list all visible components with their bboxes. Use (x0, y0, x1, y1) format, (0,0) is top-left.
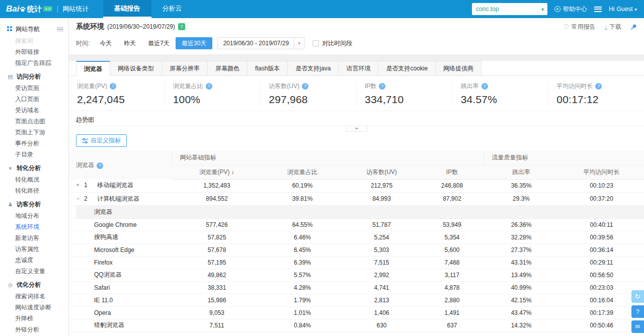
tab-active[interactable]: 浏览器 (76, 61, 110, 76)
help-icon[interactable] (595, 83, 602, 90)
time-filter-label: 时间: (76, 39, 90, 48)
cell-value: 00:40:11 (559, 218, 644, 231)
time-option[interactable]: 今天 (94, 37, 118, 49)
tab-item[interactable]: 网络提供商 (436, 61, 481, 76)
help-icon[interactable] (110, 83, 116, 90)
tab-item[interactable]: 是否支持cookie (378, 61, 436, 76)
sidebar-item[interactable]: 系统环境 (0, 221, 68, 232)
compare-period-checkbox[interactable]: 对比时间段 (312, 39, 352, 48)
metric-value: 100% (173, 94, 261, 106)
sidebar-section-label: 访问分析 (17, 72, 41, 81)
sidebar-item[interactable]: 地域分布 (0, 210, 68, 221)
cell-value: 00:36:14 (559, 243, 644, 256)
sidebar-item[interactable]: 网站速度诊断 (0, 302, 68, 313)
date-dropdown-icon[interactable] (294, 37, 304, 49)
sidebar-item[interactable]: 页面上下游 (0, 127, 68, 138)
cell-value: 57,825 (172, 231, 262, 243)
sidebar-section-header: 访问分析 (0, 70, 68, 82)
sort-desc-icon[interactable] (230, 169, 234, 176)
row-name[interactable]: IE 11.0 (94, 297, 113, 304)
cell-value: 5.57% (262, 269, 343, 281)
row-name[interactable]: Safari (94, 284, 110, 291)
time-option[interactable]: 昨天 (118, 37, 142, 49)
help-icon[interactable] (481, 83, 488, 90)
row-name[interactable]: 猎豹浏览器 (94, 321, 124, 328)
favorite-report-link[interactable]: 常用报告 (572, 23, 596, 31)
sidebar-item[interactable]: 入口页面 (0, 94, 68, 105)
column-header[interactable]: 平均访问时长 (559, 165, 644, 179)
cell-value: 26.36% (484, 218, 559, 231)
sidebar-item[interactable]: 搜索词排名 (0, 291, 68, 302)
sidebar-item[interactable]: 受访页面 (0, 82, 68, 94)
sidebar-item[interactable]: 新老访客 (0, 232, 68, 243)
help-center-link[interactable]: 帮助中心 (554, 5, 587, 14)
download-link[interactable]: 下载 (609, 23, 621, 31)
refresh-button[interactable] (631, 290, 644, 303)
tab-item[interactable]: 屏幕颜色 (208, 61, 248, 76)
collapse-trend-button[interactable] (346, 126, 367, 132)
logo[interactable]: Bai 统计 4.0 (6, 4, 52, 14)
column-header[interactable]: 访客数(UV) (343, 165, 421, 179)
column-header[interactable]: 浏览量占比 (262, 165, 343, 179)
custom-metric-button[interactable]: 自定义指标 (76, 134, 127, 147)
row-name[interactable]: Microsoft Edge (94, 246, 134, 254)
row-name[interactable]: 计算机端浏览器 (97, 195, 139, 202)
time-option[interactable]: 最近30天 (176, 37, 212, 49)
metric: 跳出率34.57% (452, 81, 548, 107)
sidebar-item[interactable]: 受访域名 (0, 105, 68, 116)
user-menu[interactable]: Hi Guest (609, 6, 637, 13)
help-icon[interactable] (97, 162, 103, 169)
date-range-picker[interactable]: 2019/06/30 - 2019/07/29 (217, 37, 294, 49)
sidebar-item[interactable]: 升降榜 (0, 313, 68, 324)
row-name[interactable]: Opera (94, 309, 111, 316)
row-name[interactable]: Firefox (94, 259, 113, 266)
column-header[interactable]: 浏览量(PV) (172, 165, 262, 179)
sidebar-item[interactable]: 页面点击图 (0, 116, 68, 127)
expand-toggle-icon[interactable]: + (76, 182, 84, 189)
sidebar: 网站导航 搜索词外部链接指定广告跟踪访问分析受访页面入口页面受访域名页面点击图页… (0, 18, 69, 336)
tab-item[interactable]: 是否支持java (288, 61, 339, 76)
column-header[interactable]: 跳出率 (484, 165, 559, 179)
tab-item[interactable]: 网络设备类型 (110, 61, 162, 76)
collapse-menu-icon[interactable] (57, 27, 63, 32)
tab-item[interactable]: 屏幕分辨率 (162, 61, 208, 76)
metric-value: 334,710 (365, 94, 452, 106)
chevron-down-icon[interactable] (537, 3, 547, 15)
sidebar-item[interactable]: 忠诚度 (0, 255, 68, 266)
tab-item[interactable]: flash版本 (248, 61, 288, 76)
site-selector[interactable]: coric.top (472, 3, 547, 15)
row-name[interactable]: 搜狗高速 (94, 233, 118, 240)
sidebar-item[interactable]: 搜索词 (0, 35, 68, 46)
menu-list-icon[interactable] (594, 7, 602, 12)
help-icon[interactable] (206, 83, 212, 90)
time-option[interactable]: 最近7天 (142, 37, 176, 49)
sidebar-item[interactable]: 事件分析 (0, 138, 68, 149)
sidebar-item[interactable]: 外链分析 (0, 324, 68, 335)
pin-icon[interactable] (630, 24, 637, 30)
sidebar-item[interactable]: 转化路径 (0, 185, 68, 196)
cell-value: 00:10:23 (559, 179, 644, 192)
sidebar-item[interactable]: 转化概况 (0, 174, 68, 185)
row-name[interactable]: Google Chrome (94, 221, 137, 228)
sidebar-header[interactable]: 网站导航 (0, 23, 68, 35)
chat-button[interactable] (631, 320, 644, 333)
column-header[interactable]: IP数 (421, 165, 484, 179)
help-center-label: 帮助中心 (563, 5, 587, 14)
cell-value: 00:29:11 (559, 256, 644, 269)
sidebar-item[interactable]: 自定义变量 (0, 266, 68, 277)
row-name[interactable]: 移动端浏览器 (97, 182, 133, 189)
sidebar-item[interactable]: 外部链接 (0, 46, 68, 57)
tab-item[interactable]: 语言环境 (339, 61, 378, 76)
sidebar-item[interactable]: 子目录 (0, 149, 68, 160)
row-name[interactable]: QQ浏览器 (94, 271, 122, 278)
sidebar-item[interactable]: 访客属性 (0, 243, 68, 255)
service-button[interactable] (631, 305, 644, 318)
sidebar-item[interactable]: 指定广告跟踪 (0, 57, 68, 68)
help-icon[interactable] (302, 83, 308, 90)
title-help-icon[interactable] (178, 23, 185, 30)
top-nav-item[interactable]: 分析云 (151, 0, 193, 18)
help-icon[interactable] (379, 83, 385, 90)
top-nav-item[interactable]: 基础报告 (103, 0, 151, 18)
logo-text-bai: Bai (6, 4, 19, 14)
expand-toggle-icon[interactable]: − (76, 195, 84, 202)
